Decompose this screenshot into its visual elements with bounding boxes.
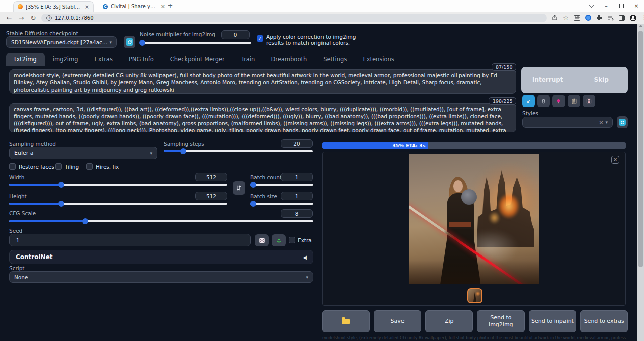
- prompt-textarea[interactable]: modelshoot style, (extremely detailed CG…: [9, 69, 516, 94]
- save-style-button[interactable]: [583, 95, 595, 107]
- page-scrollbar[interactable]: [637, 24, 644, 341]
- slider-handle[interactable]: [250, 182, 256, 188]
- slider-handle[interactable]: [180, 148, 186, 154]
- castle-fire: [498, 193, 520, 219]
- trash-icon: [541, 98, 546, 104]
- slider-handle[interactable]: [58, 182, 64, 188]
- tab-dreambooth[interactable]: Dreambooth: [263, 53, 315, 66]
- sampling-steps-input[interactable]: 20: [281, 139, 313, 148]
- styles-dropdown[interactable]: × ▾: [522, 117, 613, 128]
- tab-close-icon[interactable]: ×: [85, 4, 89, 10]
- hires-fix-checkbox[interactable]: [86, 163, 93, 170]
- side-panel-icon[interactable]: [619, 15, 625, 21]
- batch-size-input[interactable]: 1: [281, 192, 313, 200]
- clear-prompt-button[interactable]: [537, 95, 550, 107]
- refresh-styles-button[interactable]: [617, 116, 628, 128]
- checkpoint-label: Stable Diffusion checkpoint: [6, 30, 78, 36]
- swap-width-height-button[interactable]: [233, 181, 245, 195]
- slider-handle[interactable]: [82, 218, 88, 224]
- noise-multiplier-input[interactable]: 0: [221, 30, 250, 39]
- open-folder-button[interactable]: [322, 310, 370, 332]
- extension-badge-icon[interactable]: [585, 15, 591, 21]
- apply-styles-button[interactable]: [568, 95, 580, 107]
- batch-size-slider[interactable]: [250, 201, 313, 207]
- tab-extensions[interactable]: Extensions: [355, 53, 402, 66]
- seed-input[interactable]: -1: [9, 234, 251, 246]
- close-preview-button[interactable]: ×: [611, 156, 619, 164]
- window-maximize-button[interactable]: [614, 0, 629, 12]
- tab-checkpoint-merger[interactable]: Checkpoint Merger: [162, 53, 233, 66]
- paste-generation-params-button[interactable]: ↙: [522, 95, 535, 107]
- site-info-icon[interactable]: i: [46, 15, 52, 21]
- tab-img2img[interactable]: img2img: [45, 53, 87, 66]
- slider-handle[interactable]: [250, 201, 256, 207]
- controlnet-accordion[interactable]: ControlNet ◀: [9, 250, 313, 264]
- tab-train[interactable]: Train: [233, 53, 263, 66]
- scrollbar-thumb[interactable]: [638, 31, 643, 267]
- cfg-scale-slider[interactable]: [9, 218, 313, 224]
- zip-button[interactable]: Zip: [425, 310, 473, 332]
- send-to-extras-button[interactable]: Send to extras: [580, 310, 628, 332]
- tab-txt2img[interactable]: txt2img: [6, 53, 45, 66]
- sampling-steps-slider[interactable]: [164, 148, 313, 154]
- batch-count-slider[interactable]: [250, 182, 313, 188]
- tab-extras[interactable]: Extras: [87, 53, 121, 66]
- interrupt-button[interactable]: Interrupt: [521, 67, 575, 93]
- share-icon[interactable]: [552, 15, 558, 21]
- height-slider[interactable]: [9, 201, 227, 207]
- script-label: Script: [9, 265, 24, 271]
- batch-count-input[interactable]: 1: [281, 173, 313, 181]
- restore-faces-checkbox[interactable]: [9, 163, 16, 170]
- send-to-img2img-button[interactable]: Send to img2img: [477, 310, 525, 332]
- send-to-inpaint-button[interactable]: Send to inpaint: [529, 310, 577, 332]
- scroll-up-arrow[interactable]: [639, 25, 643, 27]
- width-slider[interactable]: [9, 182, 227, 188]
- browser-tab-civitai[interactable]: C Civitai | Share your models ×: [99, 1, 169, 12]
- tab-settings[interactable]: Settings: [315, 53, 355, 66]
- save-button[interactable]: Save: [374, 310, 422, 332]
- browser-tab-stable-diffusion[interactable]: [35% ETA: 3s] Stable Diffusion ×: [13, 1, 94, 12]
- new-tab-button[interactable]: +: [166, 2, 174, 10]
- profile-avatar[interactable]: [630, 15, 636, 21]
- script-dropdown[interactable]: None ▾: [9, 271, 313, 283]
- random-seed-button[interactable]: [255, 234, 269, 246]
- address-bar[interactable]: i 127.0.0.1:7860: [41, 14, 547, 22]
- slider-handle[interactable]: [139, 40, 145, 46]
- back-button[interactable]: ←: [3, 14, 15, 22]
- height-input[interactable]: 512: [195, 192, 227, 200]
- tab-close-icon[interactable]: ×: [160, 3, 165, 10]
- slider-handle[interactable]: [58, 201, 64, 207]
- window-menu-button[interactable]: [584, 0, 599, 12]
- tab-png-info[interactable]: PNG Info: [121, 53, 162, 66]
- extra-networks-button[interactable]: [552, 95, 565, 107]
- refresh-checkpoints-button[interactable]: [124, 36, 135, 48]
- generated-image-preview[interactable]: [409, 154, 539, 284]
- width-input[interactable]: 512: [195, 173, 227, 181]
- folder-icon: [342, 319, 350, 324]
- extra-seed-checkbox[interactable]: [289, 237, 295, 243]
- media-grid-icon[interactable]: [574, 15, 580, 21]
- clear-styles-icon[interactable]: ×: [599, 119, 603, 126]
- cfg-scale-input[interactable]: 8: [281, 209, 313, 218]
- extensions-puzzle-icon[interactable]: [596, 15, 602, 21]
- tiling-checkbox[interactable]: [55, 163, 62, 170]
- sampling-method-dropdown[interactable]: Euler a ▾: [9, 147, 157, 159]
- dice-icon: [259, 237, 265, 244]
- browser-menu-icon[interactable]: ⋮: [641, 15, 644, 21]
- checkpoint-dropdown[interactable]: SD15NewVAEpruned.ckpt [27a4ac756c] ▾: [6, 36, 117, 48]
- gallery-thumbnail-selected[interactable]: [467, 288, 482, 303]
- forward-button[interactable]: →: [15, 14, 27, 22]
- bookmark-star-icon[interactable]: ☆: [563, 15, 569, 21]
- reuse-seed-button[interactable]: [272, 234, 286, 246]
- skip-button[interactable]: Skip: [575, 67, 628, 93]
- noise-multiplier-slider[interactable]: [141, 40, 251, 46]
- negative-prompt-textarea[interactable]: canvas frame, cartoon, 3d, ((disfigured)…: [9, 103, 516, 132]
- styles-label: Styles: [522, 110, 538, 116]
- color-correction-checkbox[interactable]: ✓: [257, 35, 263, 42]
- reload-button[interactable]: ↻: [27, 14, 39, 22]
- window-minimize-button[interactable]: –: [599, 0, 614, 12]
- url-text: 127.0.0.1:7860: [55, 15, 94, 21]
- window-close-button[interactable]: ×: [629, 0, 644, 12]
- prompt-token-counter: 87/150: [492, 63, 516, 71]
- reading-list-icon[interactable]: [607, 15, 614, 21]
